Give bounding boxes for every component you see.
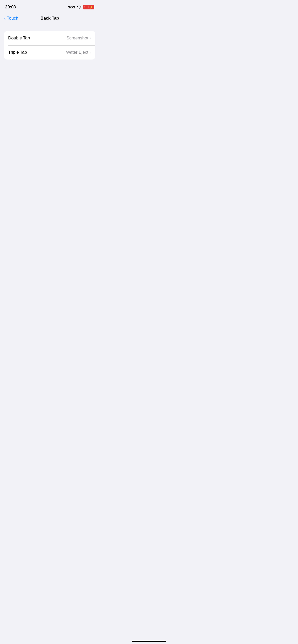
- back-button[interactable]: ‹ Touch: [4, 16, 18, 21]
- double-tap-label: Double Tap: [8, 36, 30, 41]
- status-bar: 20:03 SOS 10+ ⚡: [0, 0, 99, 13]
- triple-tap-label: Triple Tap: [8, 50, 27, 55]
- settings-group: Double TapScreenshot›Triple TapWater Eje…: [4, 31, 95, 60]
- sos-label: SOS: [68, 5, 75, 9]
- double-tap-chevron-icon: ›: [90, 36, 91, 40]
- battery-indicator: 10+ ⚡: [83, 5, 94, 9]
- triple-tap-right: Water Eject›: [66, 50, 91, 55]
- settings-row-triple-tap[interactable]: Triple TapWater Eject›: [4, 45, 95, 60]
- status-icons: SOS 10+ ⚡: [68, 5, 94, 9]
- back-button-label: Touch: [7, 16, 18, 21]
- page-title: Back Tap: [40, 16, 59, 21]
- double-tap-value: Screenshot: [66, 36, 88, 41]
- triple-tap-chevron-icon: ›: [90, 50, 91, 55]
- settings-row-double-tap[interactable]: Double TapScreenshot›: [4, 31, 95, 45]
- battery-level: 10+: [84, 5, 89, 9]
- back-chevron-icon: ‹: [4, 16, 6, 21]
- status-time: 20:03: [5, 5, 16, 10]
- double-tap-right: Screenshot›: [66, 36, 91, 41]
- navigation-bar: ‹ Touch Back Tap: [0, 13, 99, 26]
- battery-bolt-icon: ⚡: [90, 6, 93, 9]
- triple-tap-value: Water Eject: [66, 50, 88, 55]
- wifi-icon: [77, 5, 82, 9]
- settings-content: Double TapScreenshot›Triple TapWater Eje…: [0, 26, 99, 65]
